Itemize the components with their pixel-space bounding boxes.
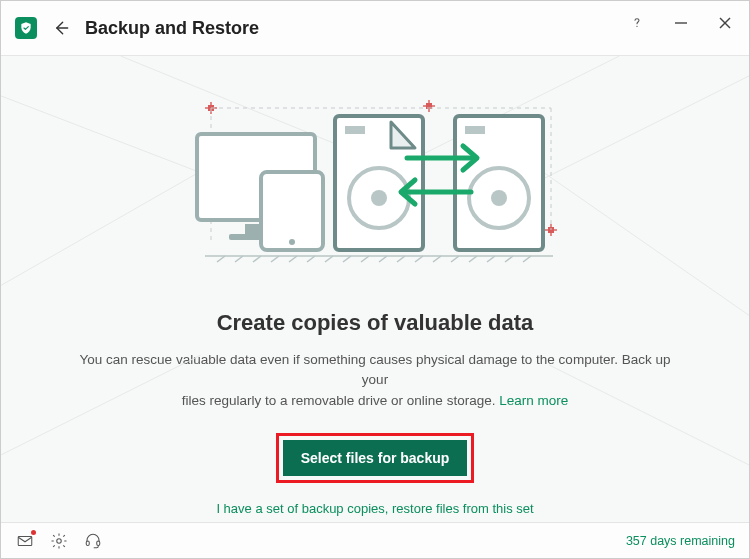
svg-line-61 [487,256,495,262]
close-button[interactable] [707,9,743,37]
backup-illustration [185,100,565,280]
title-bar: Backup and Restore [1,1,749,55]
footer-bar: 357 days remaining [1,522,749,558]
svg-line-51 [307,256,315,262]
svg-line-62 [505,256,513,262]
svg-line-63 [523,256,531,262]
svg-rect-64 [18,536,32,545]
mail-icon[interactable] [15,531,35,551]
svg-point-37 [371,190,387,206]
svg-rect-42 [465,126,485,134]
page-title: Backup and Restore [85,18,259,39]
restore-link[interactable]: I have a set of backup copies, restore f… [1,501,749,516]
svg-line-50 [289,256,297,262]
svg-point-1 [636,26,637,27]
svg-rect-66 [86,541,89,546]
support-icon[interactable] [83,531,103,551]
main-description: You can rescue valuable data even if som… [75,350,675,411]
svg-line-57 [415,256,423,262]
window-controls [619,9,743,37]
description-line-2: files regularly to a removable drive or … [182,393,496,408]
notification-dot-icon [31,530,36,535]
svg-line-46 [217,256,225,262]
back-button[interactable] [49,16,73,40]
svg-line-60 [469,256,477,262]
settings-icon[interactable] [49,531,69,551]
minimize-button[interactable] [663,9,699,37]
svg-line-53 [343,256,351,262]
footer-icons [15,531,103,551]
select-files-button[interactable]: Select files for backup [283,440,468,476]
svg-line-55 [379,256,387,262]
svg-line-49 [271,256,279,262]
svg-line-47 [235,256,243,262]
svg-line-59 [451,256,459,262]
svg-line-6 [1,166,210,286]
description-line-1: You can rescue valuable data even if som… [80,352,671,387]
svg-rect-33 [261,172,323,250]
main-heading: Create copies of valuable data [1,310,749,336]
main-content: Create copies of valuable data You can r… [1,56,749,522]
app-logo-icon [15,17,37,39]
svg-point-34 [289,239,295,245]
svg-line-58 [433,256,441,262]
svg-line-48 [253,256,261,262]
learn-more-link[interactable]: Learn more [499,393,568,408]
svg-line-52 [325,256,333,262]
svg-point-41 [491,190,507,206]
svg-rect-38 [345,126,365,134]
svg-rect-67 [97,541,100,546]
svg-point-65 [57,538,62,543]
svg-line-54 [361,256,369,262]
svg-line-56 [397,256,405,262]
license-days-remaining[interactable]: 357 days remaining [626,534,735,548]
help-button[interactable] [619,9,655,37]
annotation-highlight: Select files for backup [276,433,475,483]
